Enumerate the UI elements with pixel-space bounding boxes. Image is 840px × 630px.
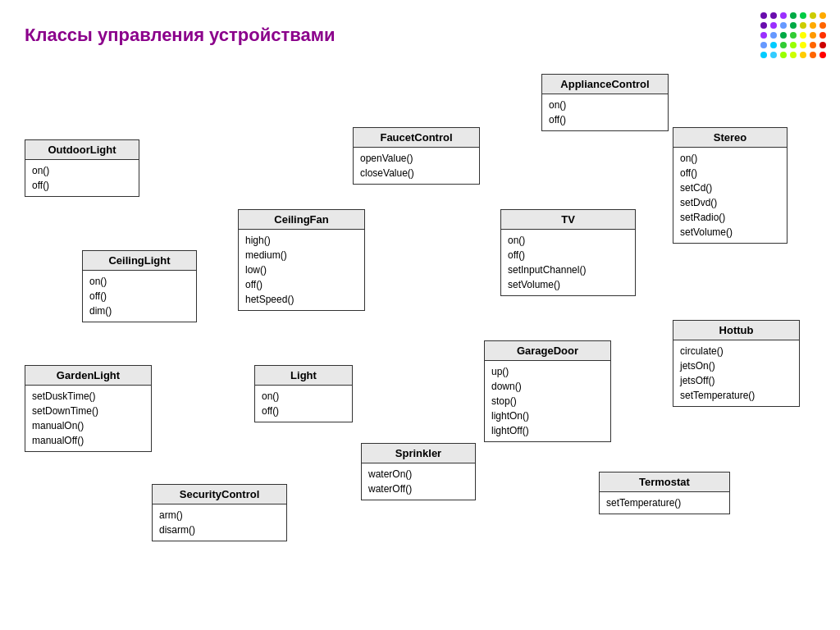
method-line: disarm(): [159, 523, 280, 537]
method-line: setDuskTime(): [32, 389, 144, 404]
uml-box-ceiling-fan: CeilingFanhigh()medium()low()off()hetSpe…: [238, 209, 365, 311]
uml-body-stereo: on()off()setCd()setDvd()setRadio()setVol…: [673, 148, 787, 243]
uml-box-appliance-control: ApplianceControlon()off(): [541, 74, 669, 131]
uml-header-faucet-control: FaucetControl: [354, 128, 479, 148]
method-line: waterOff(): [368, 482, 468, 496]
method-line: lightOn(): [491, 409, 604, 423]
method-line: on(): [262, 389, 345, 404]
uml-header-stereo: Stereo: [673, 128, 787, 148]
uml-body-light: on()off(): [255, 386, 352, 422]
method-line: off(): [89, 289, 189, 304]
method-line: off(): [549, 112, 661, 127]
method-line: manualOff(): [32, 433, 144, 448]
page-title: Классы управления устройствами: [25, 25, 336, 46]
method-line: openValue(): [360, 151, 472, 166]
uml-box-tv: TVon()off()setInputChannel()setVolume(): [500, 209, 636, 296]
uml-box-termostat: TermostatsetTemperature(): [599, 472, 730, 514]
uml-header-tv: TV: [501, 210, 635, 230]
method-line: manualOn(): [32, 418, 144, 433]
uml-header-appliance-control: ApplianceControl: [542, 75, 668, 94]
method-line: on(): [680, 151, 780, 166]
method-line: on(): [508, 233, 628, 248]
method-line: down(): [491, 379, 604, 394]
uml-box-light: Lighton()off(): [254, 365, 353, 422]
uml-header-ceiling-light: CeilingLight: [83, 251, 196, 271]
uml-header-security-control: SecurityControl: [153, 485, 286, 504]
uml-header-light: Light: [255, 366, 352, 386]
decorative-dots: [760, 12, 828, 60]
uml-header-ceiling-fan: CeilingFan: [239, 210, 364, 230]
uml-body-termostat: setTemperature(): [600, 492, 729, 514]
uml-box-outdoor-light: OutdoorLighton()off(): [25, 139, 139, 197]
method-line: off(): [262, 404, 345, 418]
uml-box-faucet-control: FaucetControlopenValue()closeValue(): [353, 127, 480, 185]
method-line: jetsOn(): [680, 358, 792, 373]
uml-box-garden-light: GardenLightsetDuskTime()setDownTime()man…: [25, 365, 152, 452]
uml-box-stereo: Stereoon()off()setCd()setDvd()setRadio()…: [673, 127, 788, 244]
method-line: off(): [245, 277, 358, 292]
uml-header-sprinkler: Sprinkler: [362, 444, 475, 463]
method-line: setVolume(): [508, 277, 628, 292]
method-line: circulate(): [680, 344, 792, 358]
uml-box-hottub: Hottubcirculate()jetsOn()jetsOff()setTem…: [673, 320, 800, 407]
uml-header-hottub: Hottub: [673, 321, 799, 340]
method-line: setVolume(): [680, 225, 780, 240]
uml-box-ceiling-light: CeilingLighton()off()dim(): [82, 250, 197, 322]
uml-body-appliance-control: on()off(): [542, 94, 668, 130]
uml-body-tv: on()off()setInputChannel()setVolume(): [501, 230, 635, 295]
uml-body-garage-door: up()down()stop()lightOn()lightOff(): [485, 361, 610, 441]
method-line: hetSpeed(): [245, 292, 358, 307]
uml-header-garage-door: GarageDoor: [485, 341, 610, 361]
method-line: off(): [508, 248, 628, 262]
method-line: off(): [32, 178, 132, 193]
method-line: setTemperature(): [606, 495, 723, 510]
method-line: stop(): [491, 394, 604, 409]
method-line: setInputChannel(): [508, 262, 628, 277]
uml-body-security-control: arm()disarm(): [153, 504, 286, 541]
method-line: up(): [491, 364, 604, 379]
uml-body-garden-light: setDuskTime()setDownTime()manualOn()manu…: [25, 386, 151, 451]
uml-body-ceiling-fan: high()medium()low()off()hetSpeed(): [239, 230, 364, 310]
method-line: jetsOff(): [680, 373, 792, 388]
method-line: setTemperature(): [680, 388, 792, 403]
method-line: on(): [32, 163, 132, 178]
method-line: low(): [245, 262, 358, 277]
uml-body-faucet-control: openValue()closeValue(): [354, 148, 479, 184]
uml-body-ceiling-light: on()off()dim(): [83, 271, 196, 322]
method-line: setDownTime(): [32, 404, 144, 418]
method-line: on(): [89, 274, 189, 289]
method-line: arm(): [159, 508, 280, 523]
method-line: on(): [549, 98, 661, 112]
method-line: closeValue(): [360, 166, 472, 180]
uml-box-security-control: SecurityControlarm()disarm(): [152, 484, 287, 541]
method-line: dim(): [89, 304, 189, 318]
uml-header-outdoor-light: OutdoorLight: [25, 140, 139, 160]
method-line: waterOn(): [368, 467, 468, 482]
uml-header-termostat: Termostat: [600, 472, 729, 492]
uml-box-sprinkler: SprinklerwaterOn()waterOff(): [361, 443, 476, 500]
method-line: setDvd(): [680, 195, 780, 210]
method-line: lightOff(): [491, 423, 604, 438]
method-line: high(): [245, 233, 358, 248]
uml-body-hottub: circulate()jetsOn()jetsOff()setTemperatu…: [673, 340, 799, 406]
uml-box-garage-door: GarageDoorup()down()stop()lightOn()light…: [484, 340, 611, 442]
method-line: setRadio(): [680, 210, 780, 225]
method-line: medium(): [245, 248, 358, 262]
uml-header-garden-light: GardenLight: [25, 366, 151, 386]
uml-body-sprinkler: waterOn()waterOff(): [362, 463, 475, 500]
method-line: off(): [680, 166, 780, 180]
method-line: setCd(): [680, 180, 780, 195]
uml-body-outdoor-light: on()off(): [25, 160, 139, 196]
